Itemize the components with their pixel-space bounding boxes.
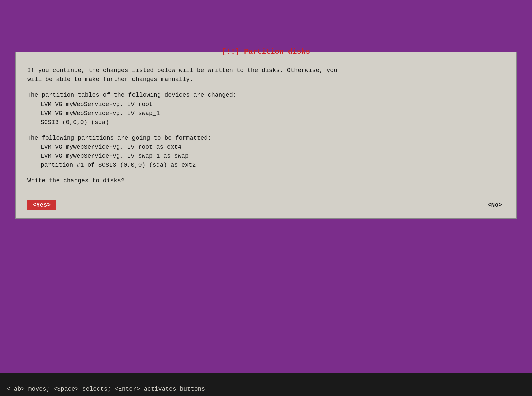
section2-heading: The following partitions are going to be… xyxy=(27,135,211,141)
terminal-screen: [!!] Partition disks If you continue, th… xyxy=(0,0,532,396)
section2-item-0: LVM VG myWebService-vg, LV root as ext4 xyxy=(41,144,181,150)
dialog-content: If you continue, the changes listed belo… xyxy=(16,56,516,195)
no-button[interactable]: <No> xyxy=(485,200,505,210)
status-text: <Tab> moves; <Space> selects; <Enter> ac… xyxy=(7,386,205,392)
section1-item-0: LVM VG myWebService-vg, LV root xyxy=(41,101,153,108)
intro-line1: If you continue, the changes listed belo… xyxy=(27,67,337,74)
dialog-titlebar: [!!] Partition disks xyxy=(16,48,516,56)
dialog-container: [!!] Partition disks If you continue, th… xyxy=(15,52,517,219)
section2-item-1: LVM VG myWebService-vg, LV swap_1 as swa… xyxy=(41,153,189,159)
section1-item-2: SCSI3 (0,0,0) (sda) xyxy=(41,119,109,126)
title-line-right xyxy=(313,52,516,52)
section1-heading: The partition tables of the following de… xyxy=(27,92,237,98)
status-bar: <Tab> moves; <Space> selects; <Enter> ac… xyxy=(0,382,532,396)
dialog-title: [!!] Partition disks xyxy=(222,48,310,56)
section2-item-2: partition #1 of SCSI3 (0,0,0) (sda) as e… xyxy=(41,162,196,168)
dialog-text: If you continue, the changes listed belo… xyxy=(27,66,505,185)
title-line-left xyxy=(16,52,219,52)
yes-button[interactable]: <Yes> xyxy=(27,200,56,210)
section1-item-1: LVM VG myWebService-vg, LV swap_1 xyxy=(41,110,160,117)
black-bar xyxy=(0,373,532,382)
question-text: Write the changes to disks? xyxy=(27,177,125,184)
intro-line2: will be able to make further changes man… xyxy=(27,76,193,83)
buttons-row: <Yes> <No> xyxy=(16,195,516,218)
